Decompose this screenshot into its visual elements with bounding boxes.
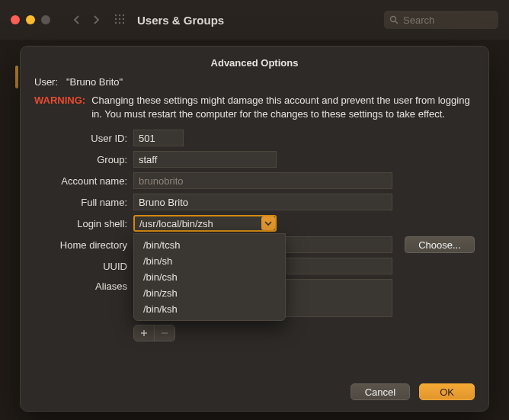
full-name-field[interactable]: Bruno Brito	[133, 194, 392, 210]
warning-label: WARNING:	[34, 94, 85, 120]
traffic-lights	[11, 15, 50, 24]
login-shell-value[interactable]: /usr/local/bin/zsh	[133, 215, 277, 232]
svg-point-7	[119, 21, 120, 23]
label-full-name: Full name:	[34, 197, 127, 208]
svg-point-6	[115, 21, 117, 23]
shell-option[interactable]: /bin/sh	[134, 253, 285, 269]
svg-point-1	[119, 14, 120, 15]
minimize-window-icon[interactable]	[26, 15, 35, 24]
user-line: User: "Bruno Brito"	[34, 76, 475, 88]
search-placeholder: Search	[403, 14, 434, 26]
warning-block: WARNING: Changing these settings might d…	[34, 94, 475, 120]
account-name-field[interactable]: brunobrito	[133, 172, 392, 189]
back-icon[interactable]	[69, 12, 84, 27]
grid-icon[interactable]	[114, 14, 125, 27]
shell-option[interactable]: /bin/tcsh	[134, 237, 285, 253]
remove-alias-button	[154, 325, 174, 341]
shell-option[interactable]: /bin/ksh	[134, 301, 285, 317]
sheet-heading: Advanced Options	[34, 57, 475, 69]
close-window-icon[interactable]	[11, 15, 20, 24]
label-group: Group:	[34, 154, 127, 165]
search-icon	[389, 15, 399, 24]
login-shell-combobox[interactable]: /usr/local/bin/zsh /bin/tcsh /bin/sh /bi…	[133, 215, 277, 232]
choose-button[interactable]: Choose...	[405, 236, 475, 253]
label-aliases: Aliases	[34, 279, 127, 292]
svg-point-0	[115, 14, 117, 15]
sidebar-selection-indicator	[15, 66, 18, 88]
cancel-button[interactable]: Cancel	[351, 383, 410, 400]
shell-option[interactable]: /bin/csh	[134, 269, 285, 285]
forward-icon[interactable]	[88, 12, 104, 27]
search-input[interactable]: Search	[384, 11, 498, 29]
shell-option[interactable]: /bin/zsh	[134, 285, 285, 301]
warning-text: Changing these settings might damage thi…	[91, 94, 475, 120]
label-user-id: User ID:	[34, 133, 127, 144]
label-login-shell: Login shell:	[34, 218, 127, 229]
login-shell-menu: /bin/tcsh /bin/sh /bin/csh /bin/zsh /bin…	[133, 233, 286, 321]
zoom-window-icon	[41, 15, 50, 24]
user-value: "Bruno Brito"	[66, 76, 123, 88]
user-id-field[interactable]: 501	[133, 130, 184, 146]
user-label: User:	[34, 76, 58, 88]
svg-point-4	[119, 18, 120, 19]
svg-point-3	[115, 18, 117, 19]
alias-add-remove	[133, 325, 175, 341]
label-home-directory: Home directory	[34, 239, 127, 251]
label-uuid: UUID	[34, 261, 127, 272]
advanced-options-sheet: Advanced Options User: "Bruno Brito" WAR…	[20, 46, 489, 412]
svg-point-9	[391, 17, 396, 22]
svg-point-8	[123, 21, 124, 23]
svg-line-10	[395, 21, 398, 24]
group-field[interactable]: staff	[133, 151, 277, 168]
chevron-down-icon[interactable]	[261, 216, 275, 230]
label-account-name: Account name:	[34, 175, 127, 187]
add-alias-button[interactable]	[134, 325, 154, 341]
svg-point-5	[123, 18, 124, 19]
ok-button[interactable]: OK	[419, 383, 475, 400]
window-toolbar: Users & Groups Search	[0, 0, 509, 40]
window-title: Users & Groups	[137, 14, 224, 27]
svg-point-2	[123, 14, 124, 15]
